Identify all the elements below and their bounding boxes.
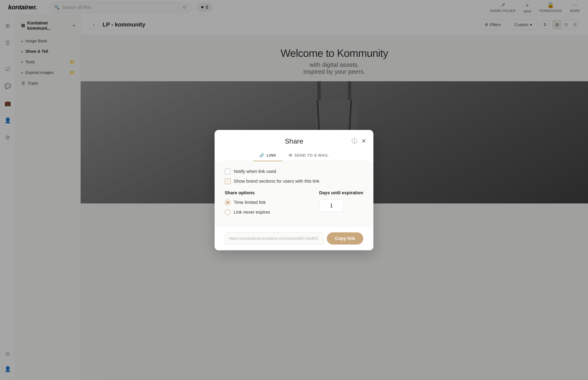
close-icon[interactable]: ✕ (361, 138, 366, 144)
modal-overlay[interactable]: Share ⓘ ✕ 🔗 LINK ✉ SEND TO E-MAIL Notify… (0, 0, 588, 380)
radio-never-expires[interactable]: Link never expires (225, 209, 303, 215)
link-tab-label: LINK (267, 153, 276, 158)
email-tab-icon: ✉ (289, 153, 292, 158)
share-modal: Share ⓘ ✕ 🔗 LINK ✉ SEND TO E-MAIL Notify… (215, 130, 373, 250)
notify-row: Notify when link used (225, 169, 363, 174)
expiry-input[interactable]: 1 (319, 200, 344, 212)
modal-title: Share (285, 137, 303, 145)
expiry-title: Days until expiration (319, 190, 363, 195)
expiry-col: Days until expiration 1 (319, 190, 363, 212)
radio-never-expires-btn[interactable] (225, 209, 230, 215)
tab-email[interactable]: ✉ SEND TO E-MAIL (283, 150, 335, 161)
modal-tabs: 🔗 LINK ✉ SEND TO E-MAIL (223, 145, 365, 161)
notify-checkbox[interactable] (225, 169, 230, 174)
modal-header-actions: ⓘ ✕ (352, 137, 366, 145)
modal-header: Share ⓘ ✕ (215, 130, 373, 145)
info-icon[interactable]: ⓘ (352, 137, 357, 145)
radio-time-limited-label: Time limited link (234, 200, 266, 205)
radio-time-limited-btn[interactable] (225, 200, 230, 205)
share-options-row: Share options Time limited link Link nev… (225, 190, 363, 219)
modal-footer: Copy link (215, 227, 373, 250)
email-tab-label: SEND TO E-MAIL (294, 153, 329, 158)
radio-time-limited[interactable]: Time limited link (225, 200, 303, 205)
notify-label: Notify when link used (234, 169, 276, 174)
share-options-col: Share options Time limited link Link nev… (225, 190, 303, 219)
copy-link-button[interactable]: Copy link (327, 232, 363, 245)
tab-link[interactable]: 🔗 LINK (253, 150, 282, 161)
link-tab-icon: 🔗 (259, 153, 264, 158)
brand-checkbox[interactable] (225, 178, 230, 184)
brand-label: Show brand sections for users with this … (234, 179, 319, 184)
share-options-title: Share options (225, 190, 303, 195)
link-url-input[interactable] (225, 232, 324, 245)
radio-never-expires-label: Link never expires (234, 209, 270, 215)
modal-body: Notify when link used Show brand section… (215, 161, 373, 227)
brand-row: Show brand sections for users with this … (225, 178, 363, 184)
